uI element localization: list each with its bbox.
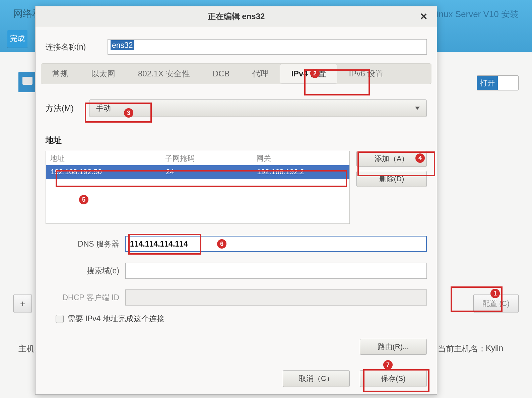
connection-toggle[interactable]: 打开 [477, 75, 519, 90]
edit-connection-dialog: 正在编辑 ens32 ✕ 连接名称(n) ens32 常规 以太网 802.1X… [35, 6, 437, 395]
dns-search-dhcp: DNS 服务器 搜索域(e) DHCP 客户端 ID [36, 224, 437, 306]
tab-proxy[interactable]: 代理 [241, 64, 280, 84]
tabs: 常规 以太网 802.1X 安全性 DCB 代理 IPv4 设置 IPv6 设置 [41, 63, 431, 84]
search-domain-label: 搜索域(e) [46, 266, 119, 276]
dialog-header: 正在编辑 ens32 ✕ [36, 6, 437, 26]
cell-address[interactable]: 192.168.192.50 [46, 165, 161, 179]
col-netmask: 子网掩码 [161, 151, 252, 165]
tab-8021x[interactable]: 802.1X 安全性 [127, 64, 201, 84]
callout-4-num: 4 [415, 153, 425, 163]
toggle-on-label: 打开 [477, 76, 498, 90]
callout-7-num: 7 [383, 360, 393, 370]
dns-label: DNS 服务器 [46, 239, 119, 249]
require-ipv4-label: 需要 IPv4 地址完成这个连接 [68, 314, 164, 324]
callout-6-num: 6 [217, 239, 226, 249]
tab-ethernet[interactable]: 以太网 [80, 64, 127, 84]
dialog-title: 正在编辑 ens32 [208, 11, 265, 22]
require-ipv4-checkbox[interactable] [56, 315, 64, 323]
tab-ipv6[interactable]: IPv6 设置 [337, 64, 395, 84]
callout-5-num: 5 [79, 195, 88, 204]
method-row: 方法(M) 手动 [36, 84, 437, 125]
col-address: 地址 [46, 151, 161, 165]
callout-2-num: 2 [310, 69, 320, 78]
dialog-footer: 取消（C） 保存(S) [36, 355, 437, 387]
routes-button[interactable]: 路由(R)... [360, 339, 427, 355]
require-ipv4-row[interactable]: 需要 IPv4 地址完成这个连接 [36, 306, 437, 324]
address-row[interactable]: 192.168.192.50 24 192.168.192.2 [46, 165, 349, 179]
dhcp-client-id-label: DHCP 客户端 ID [46, 292, 119, 303]
address-buttons: 添加（A） 删除(D) [356, 151, 427, 224]
search-domain-input[interactable] [125, 263, 427, 279]
connection-name-input[interactable]: ens32 [108, 39, 427, 55]
addresses-area: 地址 子网掩码 网关 192.168.192.50 24 192.168.192… [36, 146, 437, 224]
close-button[interactable]: ✕ [417, 10, 430, 23]
tab-dcb[interactable]: DCB [201, 64, 241, 84]
addresses-table: 地址 子网掩码 网关 192.168.192.50 24 192.168.192… [46, 151, 350, 224]
connection-name-row: 连接名称(n) ens32 [36, 26, 437, 61]
addresses-title: 地址 [36, 125, 437, 146]
method-value: 手动 [96, 103, 111, 113]
cell-gateway[interactable]: 192.168.192.2 [252, 165, 349, 179]
current-hostname-value: Kylin [486, 343, 503, 353]
connection-name-value: ens32 [111, 40, 134, 50]
method-select[interactable]: 手动 [89, 99, 427, 117]
tab-ipv4[interactable]: IPv4 设置 [280, 64, 337, 84]
current-hostname-label: 当前主机名： [438, 343, 486, 354]
callout-3-num: 3 [124, 108, 133, 118]
dhcp-client-id-input [125, 289, 427, 306]
connection-name-label: 连接名称(n) [46, 42, 97, 52]
delete-address-button[interactable]: 删除(D) [356, 171, 427, 187]
done-button[interactable]: 完成 [7, 30, 27, 48]
add-device-button[interactable]: + [13, 294, 32, 313]
cancel-button[interactable]: 取消（C） [283, 370, 350, 387]
addresses-table-header: 地址 子网掩码 网关 [46, 151, 349, 165]
dns-input[interactable] [125, 236, 427, 252]
method-label: 方法(M) [46, 103, 79, 114]
tab-general[interactable]: 常规 [41, 64, 80, 84]
col-gateway: 网关 [252, 151, 349, 165]
callout-1-num: 1 [490, 289, 500, 298]
save-button[interactable]: 保存(S) [360, 370, 427, 387]
cell-netmask[interactable]: 24 [161, 165, 252, 179]
